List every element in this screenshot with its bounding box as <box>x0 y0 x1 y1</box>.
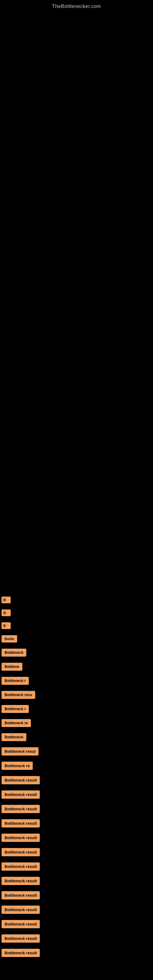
list-item: Bottleneck re <box>0 716 153 730</box>
list-item: Bottleneck result <box>0 802 153 816</box>
list-item: Bottleneck re <box>0 759 153 773</box>
bottleneck-result-badge[interactable]: Bottleneck <box>2 649 26 657</box>
bottleneck-result-badge[interactable]: Bottleneck result <box>2 848 40 856</box>
bottleneck-result-badge[interactable]: Bottleneck result <box>2 862 40 871</box>
bottleneck-result-badge[interactable]: Bottleneck result <box>2 805 40 813</box>
bottleneck-result-badge[interactable]: Bottleneck resu <box>2 691 35 699</box>
list-item: Bottleneck result <box>0 788 153 802</box>
list-item: B <box>0 593 153 606</box>
list-item: Bottleneck result <box>0 917 153 931</box>
list-item: Bottleneck r <box>0 702 153 716</box>
list-item: B <box>0 606 153 619</box>
bottleneck-result-badge[interactable]: B <box>2 622 11 629</box>
bottleneck-result-badge[interactable]: Bottleneck <box>2 733 26 741</box>
list-item: Bottleneck result <box>0 902 153 917</box>
bottleneck-result-badge[interactable]: Bottle <box>2 635 17 643</box>
bottleneck-result-badge[interactable]: Bottleneck result <box>2 819 40 827</box>
bottleneck-result-badge[interactable]: B <box>2 609 11 616</box>
main-content: TheBottlenecker.com BBBBottleBottleneckB… <box>0 0 153 966</box>
list-item: Bottleneck result <box>0 773 153 788</box>
list-item: Bottleneck resu <box>0 688 153 702</box>
bottleneck-result-badge[interactable]: Bottlene <box>2 663 22 671</box>
bottleneck-result-badge[interactable]: Bottleneck re <box>2 762 33 770</box>
list-item: Bottleneck <box>0 646 153 660</box>
bottleneck-result-badge[interactable]: Bottleneck result <box>2 949 40 957</box>
bottleneck-result-badge[interactable]: Bottleneck result <box>2 934 40 943</box>
list-item: Bottleneck result <box>0 830 153 845</box>
list-item: Bottle <box>0 632 153 646</box>
list-item: B <box>0 619 153 632</box>
list-item: Bottleneck result <box>0 845 153 859</box>
bottleneck-result-badge[interactable]: Bottleneck resul <box>2 747 38 756</box>
bottleneck-result-badge[interactable]: Bottleneck result <box>2 920 40 928</box>
bottleneck-result-badge[interactable]: Bottleneck result <box>2 891 40 899</box>
list-item: Bottleneck result <box>0 888 153 902</box>
bottleneck-result-badge[interactable]: Bottleneck r <box>2 677 29 685</box>
bottleneck-result-badge[interactable]: Bottleneck r <box>2 705 29 713</box>
list-item: Bottleneck r <box>0 674 153 688</box>
list-item: Bottleneck <box>0 730 153 744</box>
list-item: Bottleneck resul <box>0 744 153 759</box>
bottleneck-result-badge[interactable]: Bottleneck result <box>2 834 40 842</box>
bottleneck-result-badge[interactable]: Bottleneck result <box>2 905 40 914</box>
chart-area <box>0 12 153 593</box>
results-section: BBBBottleBottleneckBottleneBottleneck rB… <box>0 593 153 960</box>
list-item: Bottleneck result <box>0 816 153 830</box>
bottleneck-result-badge[interactable]: B <box>2 597 11 603</box>
list-item: Bottleneck result <box>0 874 153 888</box>
site-title: TheBottlenecker.com <box>0 0 153 12</box>
list-item: Bottlene <box>0 660 153 674</box>
list-item: Bottleneck result <box>0 859 153 874</box>
bottleneck-result-badge[interactable]: Bottleneck result <box>2 877 40 885</box>
bottleneck-result-badge[interactable]: Bottleneck result <box>2 776 40 784</box>
bottleneck-result-badge[interactable]: Bottleneck result <box>2 791 40 799</box>
list-item: Bottleneck result <box>0 946 153 960</box>
list-item: Bottleneck result <box>0 931 153 946</box>
bottleneck-result-badge[interactable]: Bottleneck re <box>2 719 31 727</box>
